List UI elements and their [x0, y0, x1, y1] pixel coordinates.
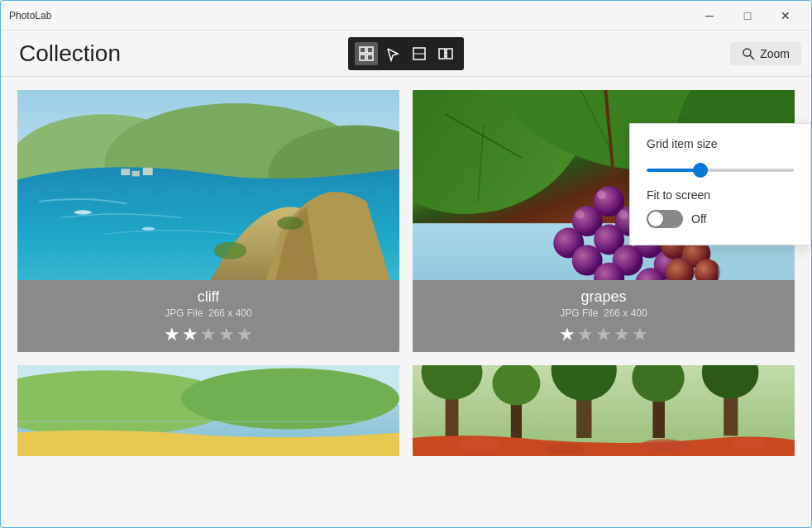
fit-to-screen-toggle-row: Off [647, 210, 794, 228]
svg-point-10 [743, 49, 751, 56]
app-title: PhotoLab [9, 10, 51, 21]
svg-point-16 [214, 242, 247, 259]
svg-point-48 [619, 210, 628, 219]
fit-to-screen-toggle[interactable] [647, 210, 683, 228]
svg-rect-1 [367, 47, 373, 53]
close-button[interactable]: ✕ [767, 2, 805, 29]
svg-rect-7 [447, 49, 452, 59]
cliff-name: cliff [24, 288, 393, 306]
grapes-meta: JPG File 266 x 400 [419, 307, 788, 319]
view-mode-group [348, 37, 464, 70]
svg-line-11 [750, 55, 754, 59]
compare-button[interactable] [434, 42, 457, 65]
grapes-name: grapes [419, 288, 788, 306]
title-bar: PhotoLab ─ □ ✕ [1, 1, 811, 31]
app-window: PhotoLab ─ □ ✕ Collection [0, 0, 812, 528]
fit-to-screen-label: Fit to screen [647, 188, 794, 202]
grid-item-bottom-right[interactable] [413, 365, 795, 456]
svg-point-69 [546, 444, 585, 454]
cliff-rating: ★ ★ ★ ★ ★ [24, 324, 393, 345]
toolbar: Collection [1, 31, 811, 77]
cliff-info: cliff JPG File 266 x 400 ★ ★ ★ ★ ★ [17, 280, 399, 352]
svg-point-47 [576, 210, 585, 219]
single-view-button[interactable] [408, 42, 431, 65]
grapes-info: grapes JPG File 266 x 400 ★ ★ ★ ★ ★ [413, 280, 795, 352]
grid-item-size-label: Grid item size [647, 137, 794, 150]
svg-point-21 [74, 210, 92, 214]
toggle-knob [648, 212, 663, 226]
grid-view-button[interactable] [355, 42, 378, 65]
maximize-button[interactable]: □ [728, 2, 767, 29]
grid-item-cliff[interactable]: cliff JPG File 266 x 400 ★ ★ ★ ★ ★ [17, 90, 399, 352]
bottom-left-image-container [17, 365, 399, 456]
svg-point-70 [640, 439, 688, 452]
cliff-meta: JPG File 266 x 400 [24, 307, 393, 319]
svg-rect-6 [439, 49, 445, 59]
window-controls: ─ □ ✕ [690, 2, 805, 29]
svg-point-46 [597, 191, 606, 200]
svg-rect-20 [143, 168, 153, 175]
cliff-image-container [17, 90, 399, 280]
main-content: cliff JPG File 266 x 400 ★ ★ ★ ★ ★ [1, 77, 811, 527]
zoom-label: Zoom [760, 47, 790, 60]
svg-point-68 [456, 438, 500, 451]
svg-point-22 [141, 227, 155, 231]
svg-rect-19 [132, 171, 140, 177]
grid-size-slider[interactable] [647, 169, 794, 172]
grapes-rating: ★ ★ ★ ★ ★ [419, 324, 788, 345]
svg-point-71 [733, 438, 768, 449]
svg-rect-0 [360, 47, 365, 53]
toggle-state-label: Off [691, 212, 706, 226]
svg-point-17 [277, 216, 303, 230]
zoom-button[interactable]: Zoom [730, 42, 801, 65]
minimize-button[interactable]: ─ [690, 2, 728, 29]
search-icon [742, 47, 755, 60]
select-button[interactable] [381, 42, 404, 65]
grid-size-slider-container [647, 160, 794, 175]
page-title: Collection [19, 40, 121, 67]
svg-rect-2 [360, 55, 365, 60]
svg-rect-3 [367, 55, 373, 60]
grid-item-bottom-left[interactable] [17, 365, 399, 456]
svg-point-53 [181, 369, 399, 430]
zoom-popup: Grid item size Fit to screen Off [629, 123, 811, 245]
svg-rect-18 [121, 169, 130, 175]
cliff-image [17, 90, 399, 280]
bottom-right-image-container [413, 365, 795, 456]
